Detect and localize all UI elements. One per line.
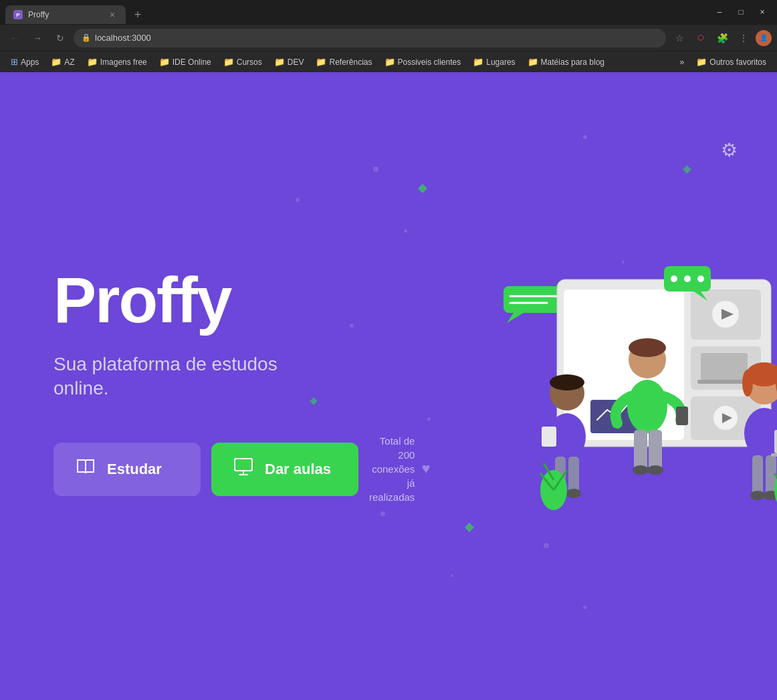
svg-rect-0 bbox=[235, 459, 252, 471]
nav-bar: ← → ↻ 🔒 localhost:3000 ☆ ⬡ 🧩 ⋮ 👤 bbox=[0, 24, 777, 51]
svg-point-19 bbox=[684, 275, 691, 282]
forward-button[interactable]: → bbox=[28, 29, 47, 47]
bookmark-lugares-label: Lugares bbox=[486, 57, 515, 67]
folder-icon: 📁 bbox=[51, 57, 62, 67]
svg-rect-25 bbox=[634, 430, 647, 470]
bookmark-mateias[interactable]: 📁 Matéias para blog bbox=[522, 55, 610, 69]
bookmarks-overflow-button[interactable]: » bbox=[675, 55, 690, 69]
folder-icon: 📁 bbox=[159, 57, 170, 67]
svg-rect-47 bbox=[774, 430, 777, 453]
svg-point-41 bbox=[742, 370, 753, 396]
svg-rect-1 bbox=[504, 286, 564, 313]
study-icon bbox=[75, 456, 96, 482]
bookmark-outros[interactable]: 📁 Outros favoritos bbox=[691, 55, 772, 69]
hero-illustration bbox=[483, 246, 777, 527]
folder-icon: 📁 bbox=[473, 57, 483, 67]
bookmark-ide-label: IDE Online bbox=[173, 57, 211, 67]
svg-point-18 bbox=[671, 275, 677, 282]
folder-icon: 📁 bbox=[223, 57, 234, 67]
bookmark-possiveis-label: Possiveis clientes bbox=[398, 57, 461, 67]
bookmark-outros-label: Outros favoritos bbox=[709, 57, 766, 67]
apps-grid-icon: ⊞ bbox=[11, 57, 18, 67]
svg-rect-29 bbox=[676, 406, 688, 425]
svg-rect-34 bbox=[568, 457, 579, 493]
bookmark-dev[interactable]: 📁 DEV bbox=[269, 55, 310, 69]
extensions-button[interactable]: 🧩 bbox=[713, 29, 732, 47]
svg-rect-43 bbox=[752, 455, 763, 495]
new-tab-button[interactable]: + bbox=[128, 5, 147, 24]
svg-point-45 bbox=[750, 491, 765, 500]
bookmark-referencias-label: Referências bbox=[329, 57, 372, 67]
active-tab[interactable]: P Proffy × bbox=[5, 5, 126, 24]
bookmark-imagens[interactable]: 📁 Imagens free bbox=[82, 55, 152, 69]
svg-rect-10 bbox=[701, 353, 748, 380]
bookmark-ide[interactable]: 📁 IDE Online bbox=[154, 55, 217, 69]
gear-decoration-icon: ⚙ bbox=[721, 139, 738, 161]
svg-point-24 bbox=[629, 338, 666, 357]
folder-icon: 📁 bbox=[316, 57, 326, 67]
bookmark-apps[interactable]: ⊞ Apps bbox=[5, 55, 44, 69]
main-content: Proffy Sua plataforma de estudos online.… bbox=[0, 72, 777, 700]
folder-icon: 📁 bbox=[528, 57, 538, 67]
svg-point-36 bbox=[566, 489, 581, 498]
svg-rect-48 bbox=[771, 453, 777, 457]
back-button[interactable]: ← bbox=[5, 29, 24, 47]
study-button[interactable]: Estudar bbox=[53, 443, 201, 496]
folder-icon: 📁 bbox=[274, 57, 285, 67]
svg-rect-37 bbox=[542, 427, 556, 447]
star-button[interactable]: ☆ bbox=[670, 29, 689, 47]
bookmark-dev-label: DEV bbox=[288, 57, 304, 67]
extension-button[interactable]: ⬡ bbox=[691, 29, 710, 47]
tab-title: Proffy bbox=[28, 10, 102, 19]
svg-point-22 bbox=[627, 380, 667, 433]
maximize-button[interactable]: □ bbox=[732, 3, 750, 21]
left-section: Proffy Sua plataforma de estudos online.… bbox=[0, 228, 483, 545]
bookmark-mateias-label: Matéias para blog bbox=[541, 57, 604, 67]
more-button[interactable]: ⋮ bbox=[734, 29, 753, 47]
bookmark-cursos[interactable]: 📁 Cursos bbox=[218, 55, 267, 69]
bookmark-cursos-label: Cursos bbox=[237, 57, 262, 67]
folder-icon: 📁 bbox=[384, 57, 395, 67]
bookmark-lugares[interactable]: 📁 Lugares bbox=[467, 55, 520, 69]
study-button-label: Estudar bbox=[107, 461, 162, 478]
folder-icon: 📁 bbox=[696, 57, 707, 67]
brand-logo: Proffy bbox=[53, 268, 430, 332]
bookmark-az-label: AZ bbox=[64, 57, 74, 67]
heart-icon: ♥ bbox=[421, 459, 430, 479]
bookmark-referencias[interactable]: 📁 Referências bbox=[310, 55, 377, 69]
bookmark-possiveis[interactable]: 📁 Possiveis clientes bbox=[379, 55, 467, 69]
nav-actions: ☆ ⬡ 🧩 ⋮ 👤 bbox=[670, 29, 772, 47]
window-controls: – □ × bbox=[710, 3, 772, 21]
tab-favicon: P bbox=[13, 10, 23, 19]
bookmark-az[interactable]: 📁 AZ bbox=[45, 55, 80, 69]
teach-button[interactable]: Dar aulas bbox=[211, 443, 358, 496]
svg-marker-4 bbox=[507, 313, 524, 323]
svg-point-28 bbox=[647, 465, 663, 475]
tab-close-button[interactable]: × bbox=[107, 9, 118, 20]
minimize-button[interactable]: – bbox=[710, 3, 729, 21]
tab-bar: P Proffy × + bbox=[5, 0, 710, 24]
bookmarks-bar: ⊞ Apps 📁 AZ 📁 Imagens free 📁 IDE Online … bbox=[0, 51, 777, 72]
profile-avatar[interactable]: 👤 bbox=[756, 30, 772, 46]
teach-icon bbox=[233, 456, 254, 482]
svg-point-27 bbox=[633, 465, 649, 475]
bookmark-apps-label: Apps bbox=[21, 57, 39, 67]
bookmark-imagens-label: Imagens free bbox=[100, 57, 147, 67]
cta-buttons: Estudar Dar aulas Total de 200 conexões … bbox=[53, 434, 430, 504]
right-section: ⚙ 🕐 bbox=[483, 72, 777, 700]
connections-text: Total de 200 conexões já realizadas bbox=[369, 434, 415, 504]
folder-icon: 📁 bbox=[87, 57, 98, 67]
teach-button-label: Dar aulas bbox=[265, 461, 331, 478]
brand-tagline: Sua plataforma de estudos online. bbox=[53, 352, 334, 401]
svg-rect-26 bbox=[649, 430, 662, 470]
lock-icon: 🔒 bbox=[82, 33, 91, 42]
svg-point-20 bbox=[697, 275, 704, 282]
address-bar[interactable]: 🔒 localhost:3000 bbox=[74, 29, 666, 47]
connections-info: Total de 200 conexões já realizadas ♥ bbox=[369, 434, 430, 504]
title-bar: P Proffy × + – □ × bbox=[0, 0, 777, 24]
reload-button[interactable]: ↻ bbox=[51, 29, 70, 47]
browser-chrome: P Proffy × + – □ × ← → ↻ 🔒 localhost:300… bbox=[0, 0, 777, 72]
overflow-icon: » bbox=[680, 57, 685, 67]
svg-point-32 bbox=[550, 374, 584, 390]
close-button[interactable]: × bbox=[753, 3, 772, 21]
